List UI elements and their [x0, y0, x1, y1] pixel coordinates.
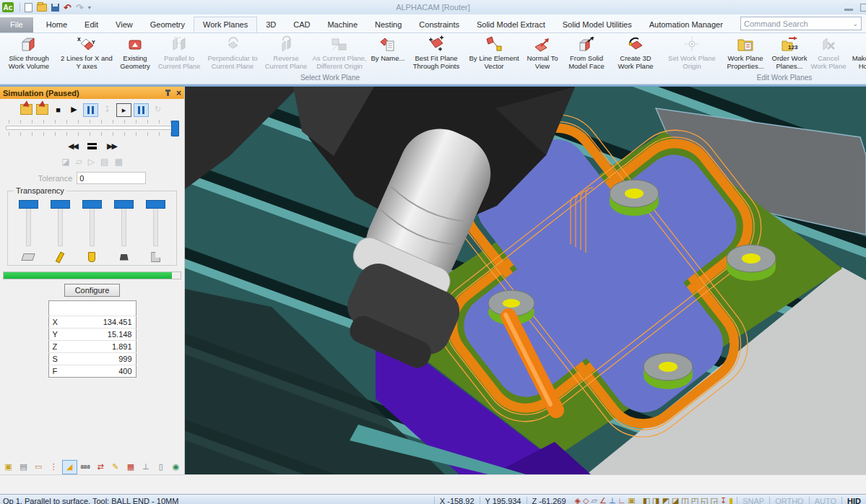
slider-handle[interactable] [171, 121, 179, 136]
tool-display-icon[interactable]: ↧ [100, 103, 114, 116]
maximize-button[interactable] [860, 4, 866, 12]
transparency-slider-holder[interactable] [79, 200, 104, 262]
new-document-icon[interactable]: ▯ [154, 461, 168, 474]
record-avi-icon[interactable]: ◪ [61, 157, 69, 167]
slider-handle[interactable] [19, 200, 38, 209]
tab-view[interactable]: View [107, 17, 142, 32]
view-iso-4-icon[interactable]: ◪ [672, 497, 679, 504]
new-file-icon[interactable] [25, 3, 33, 12]
shade-icon[interactable]: ▮ [729, 497, 733, 504]
tolerance-input[interactable]: 0 [77, 172, 146, 184]
orbit-view-icon[interactable]: ◈ [575, 497, 581, 504]
slider-handle[interactable] [146, 200, 165, 209]
view-iso-2-icon[interactable]: ◨ [652, 497, 659, 504]
command-search-box[interactable]: Command Search ⌄ [740, 17, 862, 30]
undo-icon[interactable]: ↶ [64, 3, 72, 12]
normal-to-view-button[interactable]: Normal To View [523, 35, 562, 71]
simulation-progress-slider[interactable] [0, 118, 184, 136]
play-pause-step-icon[interactable] [134, 103, 149, 117]
sim-options-icon[interactable]: ↻ [151, 103, 165, 116]
pin-icon[interactable] [167, 90, 169, 96]
simulate-fast-icon[interactable] [20, 103, 33, 116]
step-back-icon[interactable]: ◀◀ [68, 142, 77, 151]
close-icon[interactable]: × [176, 88, 181, 98]
save-file-icon[interactable] [51, 4, 59, 12]
as-current-plane-different-origin-button[interactable]: As Current Plane, Different Origin [311, 35, 368, 71]
open-sim-icon[interactable]: ▱ [76, 157, 82, 167]
make-local-axis-horizontal-button[interactable]: Make Local Axis Horizontal... [848, 35, 866, 71]
parallel-to-current-plane-button[interactable]: Parallel to Current Plane [155, 35, 204, 71]
from-solid-model-face-button[interactable]: From Solid Model Face [562, 35, 611, 71]
set-work-plane-origin-button[interactable]: Set Work Plane Origin [663, 35, 721, 71]
work-plane-icon[interactable]: ▱ [592, 497, 597, 504]
view-top-icon[interactable]: ◱ [701, 497, 708, 504]
z-down-icon[interactable]: ↧ [720, 497, 727, 504]
3d-viewport[interactable] [185, 87, 866, 474]
slider-track[interactable] [6, 126, 178, 130]
two-lines-xy-button[interactable]: XY 2 Lines for X and Y axes [58, 35, 116, 71]
simulate-fast-to-end-icon[interactable] [35, 103, 49, 116]
polyline-icon[interactable]: ∠ [599, 497, 607, 504]
by-line-element-vector-button[interactable]: By Line Element Vector [465, 35, 523, 71]
counter-icon[interactable]: 888 [79, 461, 92, 474]
best-fit-plane-through-points-button[interactable]: Best Fit Plane Through Points [407, 35, 465, 71]
play-icon[interactable]: ▶ [67, 103, 81, 116]
report-icon[interactable]: ▤ [17, 461, 30, 474]
probe-icon[interactable]: ⊥ [139, 461, 152, 474]
save-sim-icon[interactable]: ▤ [100, 157, 108, 167]
minimize-button[interactable] [844, 9, 853, 11]
redo-icon[interactable]: ↷ [76, 3, 84, 12]
reverse-current-plane-button[interactable]: Reverse Current Plane [261, 35, 311, 71]
slider-handle[interactable] [82, 200, 102, 209]
order-work-planes-button[interactable]: 123 Order Work Planes... [770, 35, 809, 71]
perpendicular-to-current-plane-button[interactable]: Perpendicular to Current Plane [204, 35, 261, 71]
slider-handle[interactable] [51, 200, 70, 209]
help-web-icon[interactable]: ◉ [169, 461, 183, 474]
solid-box-icon[interactable]: ▣ [628, 497, 635, 504]
pan-view-icon[interactable]: ◇ [583, 497, 589, 504]
tab-file[interactable]: File [0, 17, 33, 32]
tool-chain-icon[interactable]: ⋮ [47, 461, 61, 474]
hold-icon[interactable] [87, 143, 97, 149]
drawings-manager-icon[interactable]: ▣ [1, 461, 15, 474]
stop-icon[interactable]: ■ [51, 103, 65, 116]
hide-toggle[interactable]: HID [841, 497, 866, 504]
tool-edit-icon[interactable]: ✎ [108, 461, 122, 474]
tab-cad[interactable]: CAD [285, 17, 319, 32]
transparency-slider-machine[interactable] [144, 200, 168, 262]
cancel-work-plane-button[interactable]: Cancel Work Plane [809, 35, 848, 71]
tab-solid-model-utilities[interactable]: Solid Model Utilities [554, 17, 641, 32]
snap-toggle[interactable]: SNAP [737, 497, 769, 504]
tab-solid-model-extract[interactable]: Solid Model Extract [468, 17, 554, 32]
tool-database-icon[interactable]: ▦ [124, 461, 137, 474]
ortho-toggle[interactable]: ORTHO [769, 497, 809, 504]
existing-geometry-button[interactable]: Existing Geometry [116, 35, 155, 71]
tab-home[interactable]: Home [38, 17, 76, 32]
frame-grid-icon[interactable]: ▦ [114, 157, 122, 167]
transparency-slider-head[interactable] [112, 200, 137, 262]
transfer-icon[interactable]: ⇄ [94, 461, 108, 474]
simulation-panel-header[interactable]: Simulation (Paused) × [0, 87, 184, 99]
configure-button[interactable]: Configure [64, 284, 121, 297]
view-front-icon[interactable]: ◫ [681, 497, 688, 504]
step-forward-icon[interactable]: ▶▶ [107, 142, 116, 151]
tab-3d[interactable]: 3D [257, 17, 285, 32]
view-side-icon[interactable]: ◰ [691, 497, 698, 504]
open-run-icon[interactable]: ▷ [88, 157, 95, 167]
open-file-icon[interactable] [37, 4, 47, 12]
slider-handle[interactable] [114, 200, 134, 209]
tab-automation-manager[interactable]: Automation Manager [641, 17, 732, 32]
app-logo[interactable]: Ac [2, 2, 14, 12]
view-back-icon[interactable]: ◲ [711, 497, 718, 504]
local-axes-icon[interactable]: ∟ [618, 497, 625, 504]
create-3d-work-plane-button[interactable]: Create 3D Work Plane [611, 35, 660, 71]
slice-through-work-volume-button[interactable]: Slice through Work Volume [0, 35, 58, 71]
view-iso-1-icon[interactable]: ◧ [643, 497, 650, 504]
tab-nesting[interactable]: Nesting [366, 17, 410, 32]
transparency-slider-material[interactable] [16, 200, 40, 262]
by-name-button[interactable]: By Name... [368, 35, 407, 64]
axes-3d-icon[interactable]: ⊥ [609, 497, 616, 504]
work-plane-properties-button[interactable]: Work Plane Properties... [721, 35, 770, 71]
tab-constraints[interactable]: Constraints [410, 17, 468, 32]
customize-toolbar-icon[interactable]: ▾ [88, 4, 91, 11]
